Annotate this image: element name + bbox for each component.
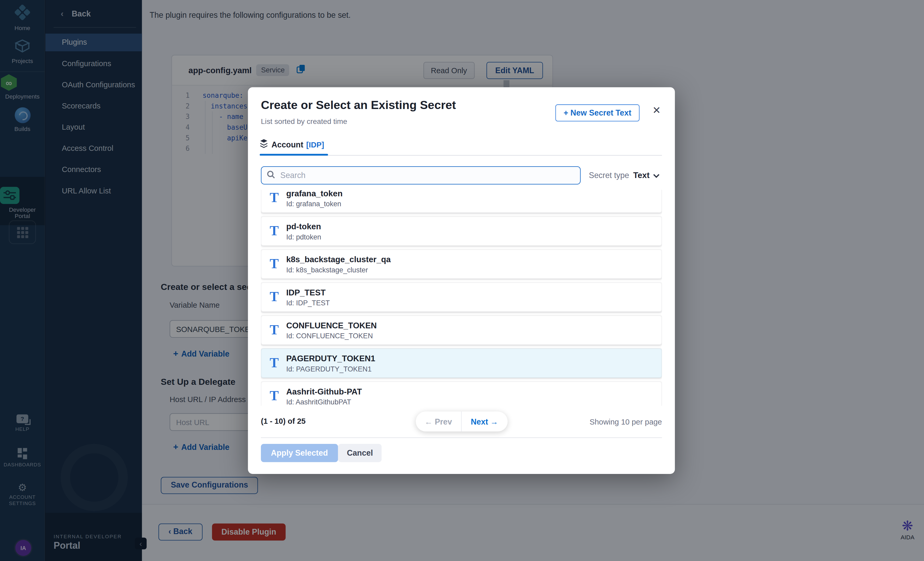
- search-box: [261, 166, 580, 185]
- chevron-down-icon: [653, 170, 660, 180]
- search-icon: [267, 170, 275, 181]
- secret-id: Id: PAGERDUTY_TOKEN1: [286, 365, 372, 373]
- pagination-controls: ← Prev Next →: [416, 412, 507, 432]
- secret-name: Aashrit-Github-PAT: [286, 387, 362, 396]
- secret-row-aashrit-github-pat[interactable]: T Aashrit-Github-PAT Id: AashritGithubPA…: [261, 381, 662, 405]
- prev-label: Prev: [435, 417, 452, 426]
- text-secret-icon: T: [270, 387, 279, 405]
- next-label: Next: [471, 417, 488, 426]
- modal-title: Create or Select an Existing Secret: [261, 99, 456, 112]
- secret-name: IDP_TEST: [286, 287, 326, 297]
- secret-type-value: Text: [633, 170, 650, 180]
- secret-id: Id: pdtoken: [286, 233, 321, 241]
- text-secret-icon: T: [270, 321, 279, 339]
- search-input[interactable]: [279, 170, 575, 180]
- secret-name: k8s_backstage_cluster_qa: [286, 255, 391, 264]
- text-secret-icon: T: [270, 255, 279, 273]
- secret-type-label: Secret type: [589, 171, 629, 180]
- cancel-button[interactable]: Cancel: [338, 444, 381, 462]
- prev-page-button[interactable]: ← Prev: [416, 412, 462, 432]
- secret-row-confluence-token[interactable]: T CONFLUENCE_TOKEN Id: CONFLUENCE_TOKEN: [261, 315, 662, 345]
- text-secret-icon: T: [270, 288, 279, 306]
- secret-id: Id: grafana_token: [286, 200, 341, 208]
- tab-label: Account: [272, 140, 303, 149]
- secret-name: PAGERDUTY_TOKEN1: [286, 354, 375, 363]
- secret-row-pd-token[interactable]: T pd-token Id: pdtoken: [261, 217, 662, 246]
- secret-id: Id: IDP_TEST: [286, 299, 330, 307]
- text-secret-icon: T: [270, 222, 279, 240]
- secret-name: pd-token: [286, 222, 321, 231]
- app-root: Home Projects ∞ Deployments Builds: [0, 0, 924, 561]
- secret-id: Id: CONFLUENCE_TOKEN: [286, 332, 373, 340]
- modal-subtitle: List sorted by created time: [261, 117, 347, 126]
- secret-select-modal: Create or Select an Existing Secret List…: [248, 87, 675, 474]
- secret-row-grafana-token[interactable]: T grafana_token Id: grafana_token: [261, 190, 662, 213]
- active-tab-underline: [260, 154, 328, 156]
- secret-row-pagerduty-token1[interactable]: T PAGERDUTY_TOKEN1 Id: PAGERDUTY_TOKEN1: [261, 349, 662, 378]
- secret-list: T grafana_token Id: grafana_token T pd-t…: [261, 190, 662, 405]
- secret-row-idp-test[interactable]: T IDP_TEST Id: IDP_TEST: [261, 282, 662, 312]
- secret-id: Id: k8s_backstage_cluster: [286, 266, 368, 274]
- per-page-indicator: Showing 10 per page: [590, 417, 662, 426]
- layers-icon: [260, 139, 268, 150]
- modal-footer-divider: [261, 437, 662, 438]
- secret-type-dropdown[interactable]: Secret type Text: [589, 170, 660, 180]
- arrow-left-icon: ←: [424, 417, 432, 426]
- new-secret-text-button[interactable]: + New Secret Text: [555, 104, 640, 121]
- secret-name: grafana_token: [286, 190, 343, 198]
- arrow-right-icon: →: [490, 417, 498, 426]
- close-icon[interactable]: ✕: [652, 104, 661, 117]
- pagination-range: (1 - 10) of 25: [261, 417, 306, 426]
- pagination-bar: (1 - 10) of 25 ← Prev Next → Showing 10 …: [261, 412, 662, 432]
- apply-selected-button[interactable]: Apply Selected: [261, 444, 338, 462]
- tab-account-idp[interactable]: Account [IDP]: [260, 139, 324, 150]
- text-secret-icon: T: [270, 354, 279, 372]
- next-page-button[interactable]: Next →: [462, 412, 507, 432]
- secret-id: Id: AashritGithubPAT: [286, 398, 351, 405]
- secret-name: CONFLUENCE_TOKEN: [286, 321, 377, 330]
- secret-row-k8s-backstage-cluster-qa[interactable]: T k8s_backstage_cluster_qa Id: k8s_backs…: [261, 250, 662, 279]
- text-secret-icon: T: [270, 190, 279, 207]
- tab-scope-label: [IDP]: [306, 140, 324, 149]
